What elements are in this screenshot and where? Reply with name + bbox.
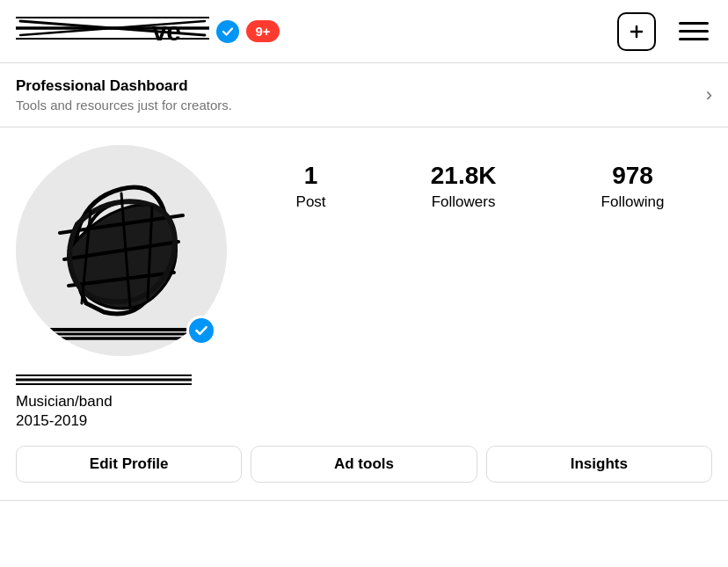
avatar-verified-badge (186, 316, 216, 345)
verified-badge (216, 20, 239, 43)
dashboard-text: Professional Dashboard Tools and resourc… (16, 77, 232, 113)
header-left: ve 9+ (16, 9, 280, 54)
add-post-button[interactable] (617, 12, 656, 51)
plus-square-icon (625, 20, 648, 43)
profile-section: 1 Post 21.8K Followers 978 Following (0, 127, 728, 370)
ad-tools-button[interactable]: Ad tools (251, 446, 477, 483)
svg-text:ve: ve (152, 17, 180, 46)
avatar-check-icon (193, 323, 209, 338)
username-area: ve 9+ (16, 9, 280, 54)
dashboard-subtitle: Tools and resources just for creators. (16, 98, 232, 113)
posts-count: 1 (304, 163, 318, 190)
hamburger-line-2 (679, 30, 709, 33)
following-label: Following (601, 193, 665, 211)
menu-button[interactable] (675, 18, 712, 44)
divider (0, 500, 728, 501)
following-stat[interactable]: 978 Following (601, 163, 665, 211)
header-right (617, 12, 712, 51)
hamburger-line-3 (679, 38, 709, 40)
followers-count: 21.8K (431, 163, 497, 190)
name-scribble-svg (16, 370, 192, 389)
username-scribble: ve (16, 9, 209, 47)
chevron-right-icon: › (706, 84, 712, 106)
stats-area: 1 Post 21.8K Followers 978 Following (248, 145, 712, 211)
username: ve (16, 9, 209, 54)
notification-badge[interactable]: 9+ (246, 20, 280, 42)
followers-stat[interactable]: 21.8K Followers (431, 163, 497, 211)
dashboard-title: Professional Dashboard (16, 77, 232, 95)
professional-dashboard-banner[interactable]: Professional Dashboard Tools and resourc… (0, 63, 728, 127)
insights-button[interactable]: Insights (486, 446, 712, 483)
edit-profile-button[interactable]: Edit Profile (16, 446, 242, 483)
posts-stat[interactable]: 1 Post (296, 163, 326, 211)
bio-name-scribble (16, 370, 192, 393)
hamburger-line-1 (679, 22, 709, 25)
bio-category: Musician/band (16, 393, 712, 411)
action-buttons: Edit Profile Ad tools Insights (0, 446, 728, 500)
followers-label: Followers (432, 193, 496, 211)
bio-section: Musician/band 2015-2019 (0, 370, 728, 446)
avatar-area (16, 145, 227, 356)
verified-check-icon (221, 25, 235, 39)
bio-years: 2015-2019 (16, 412, 712, 430)
posts-label: Post (296, 193, 326, 211)
following-count: 978 (612, 163, 653, 190)
header: ve 9+ (0, 0, 728, 63)
